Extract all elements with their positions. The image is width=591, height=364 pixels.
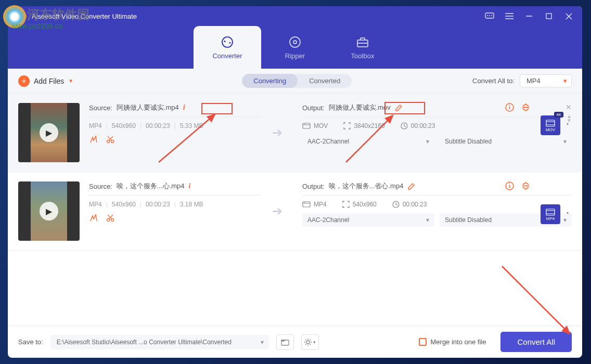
save-path-value: E:\Aiseesoft Studio\Aiseesoft ...o Conve…	[57, 339, 232, 346]
save-path-select[interactable]: E:\Aiseesoft Studio\Aiseesoft ...o Conve…	[50, 335, 269, 349]
src-duration: 00:00:23	[146, 201, 170, 208]
resolution-icon	[343, 122, 351, 129]
output-filename: 唉，这个服务...省心.mp4	[329, 181, 404, 191]
src-duration: 00:00:23	[146, 122, 170, 129]
cut-icon[interactable]	[106, 135, 115, 144]
settings-button[interactable]: ▾	[301, 334, 319, 350]
convert-all-button[interactable]: Convert All	[500, 332, 572, 352]
edit-icon[interactable]	[395, 104, 403, 112]
svg-point-1	[487, 15, 488, 16]
output-label: Output:	[302, 104, 325, 112]
svg-point-32	[107, 219, 110, 222]
add-files-button[interactable]: + Add Files ▼	[18, 75, 73, 87]
video-icon	[302, 201, 311, 207]
cut-icon[interactable]	[106, 213, 115, 223]
file-list: ▶ Source: 阿姨做人要诚实.mp4 i MP4| 540x960| 00…	[8, 94, 582, 326]
ripper-icon	[288, 35, 302, 49]
film-icon	[545, 119, 556, 127]
subtab-converted[interactable]: Converted	[298, 74, 352, 88]
play-icon: ▶	[40, 202, 58, 220]
svg-rect-15	[361, 38, 365, 40]
tab-toolbox-label: Toolbox	[351, 52, 375, 60]
src-size: 5.33 MB	[180, 122, 203, 129]
watermark-url: www.pc0359.cn	[11, 22, 62, 30]
convert-all-format-select[interactable]: MP4	[520, 74, 572, 87]
save-to-label: Save to:	[18, 338, 43, 346]
source-meta: MP4| 540x960| 00:00:23| 3.18 MB	[89, 195, 261, 208]
source-panel: Source: 唉，这个服务...心.mp4 i MP4| 540x960| 0…	[89, 181, 261, 223]
clock-icon	[401, 122, 408, 129]
file-item[interactable]: ▶ Source: 阿姨做人要诚实.mp4 i MP4| 540x960| 00…	[8, 94, 582, 172]
output-format-badge[interactable]: 4K MOV	[541, 115, 560, 135]
menu-button[interactable]	[504, 11, 515, 21]
svg-point-13	[293, 41, 297, 44]
output-filename: 阿姨做人要诚实.mov	[329, 103, 391, 112]
svg-rect-8	[546, 14, 551, 19]
titlebar: Aiseesoft Video Converter Ultimate	[8, 6, 582, 26]
main-tabs: Converter Ripper Toolbox	[8, 26, 582, 69]
arrow-right-icon: ➔	[272, 125, 282, 140]
source-label: Source:	[89, 104, 112, 112]
src-size: 3.18 MB	[180, 201, 203, 208]
arrow-right-icon: ➔	[272, 204, 282, 218]
compress-icon[interactable]	[521, 181, 530, 192]
out-resolution: 3840x2160	[354, 122, 384, 129]
svg-point-33	[111, 219, 114, 222]
svg-rect-44	[546, 209, 555, 215]
subtitle-select[interactable]: Subtitle Disabled	[440, 135, 572, 148]
tab-toolbox[interactable]: Toolbox	[329, 26, 396, 69]
source-filename: 唉，这个服务...心.mp4	[117, 181, 185, 191]
chevron-down-icon: ▼	[68, 78, 73, 84]
src-format: MP4	[89, 122, 102, 129]
info-circle-icon[interactable]	[505, 103, 514, 114]
merge-checkbox[interactable]	[419, 338, 427, 346]
file-item[interactable]: ▶ Source: 唉，这个服务...心.mp4 i MP4| 540x960|…	[8, 172, 582, 251]
out-resolution: 540x960	[353, 201, 377, 208]
video-thumbnail[interactable]: ▶	[18, 103, 80, 162]
feedback-button[interactable]	[484, 11, 495, 21]
window-controls	[484, 11, 574, 21]
merge-checkbox-row[interactable]: Merge into one file	[419, 338, 486, 346]
clock-icon	[392, 201, 400, 208]
info-icon[interactable]: i	[189, 182, 191, 190]
effect-icon[interactable]	[89, 213, 98, 223]
audio-select[interactable]: AAC-2Channel	[302, 213, 434, 227]
play-icon: ▶	[40, 123, 58, 142]
output-format-badge[interactable]: MP4	[541, 204, 560, 224]
video-thumbnail[interactable]: ▶	[18, 181, 80, 241]
badge-format: MOV	[546, 127, 555, 132]
convert-all-to-label: Convert All to:	[472, 77, 515, 85]
tab-converter[interactable]: Converter	[194, 26, 261, 69]
source-label: Source:	[89, 183, 112, 190]
merge-label: Merge into one file	[431, 338, 486, 346]
tab-ripper[interactable]: Ripper	[261, 26, 329, 69]
src-resolution: 540x960	[112, 201, 136, 208]
app-title: Aiseesoft Video Converter Ultimate	[32, 12, 484, 20]
info-icon[interactable]: i	[183, 103, 185, 112]
tab-converter-label: Converter	[212, 52, 242, 60]
sub-tabs: Converting Converted	[242, 74, 352, 88]
toolbox-icon	[356, 35, 369, 49]
app-window: Aiseesoft Video Converter Ultimate Conve…	[8, 6, 582, 358]
resolution-icon	[342, 201, 350, 208]
audio-select[interactable]: AAC-2Channel	[302, 135, 434, 148]
src-resolution: 540x960	[112, 122, 136, 129]
close-button[interactable]	[563, 11, 574, 21]
effect-icon[interactable]	[89, 135, 98, 144]
maximize-button[interactable]	[544, 11, 554, 21]
edit-icon[interactable]	[407, 183, 415, 190]
compress-icon[interactable]	[521, 103, 530, 114]
svg-point-42	[509, 184, 510, 185]
converter-icon	[221, 35, 234, 49]
badge-4k: 4K	[554, 112, 563, 118]
source-meta: MP4| 540x960| 00:00:23| 5.33 MB	[89, 116, 261, 129]
browse-folder-button[interactable]	[276, 334, 294, 350]
film-icon	[545, 208, 556, 216]
out-duration: 00:00:23	[411, 122, 435, 129]
minimize-button[interactable]	[524, 11, 534, 21]
svg-point-18	[111, 140, 114, 143]
out-format: MP4	[314, 201, 327, 208]
remove-item-button[interactable]: ✕	[566, 103, 572, 111]
subtab-converting[interactable]: Converting	[242, 74, 298, 88]
info-circle-icon[interactable]	[505, 181, 514, 192]
